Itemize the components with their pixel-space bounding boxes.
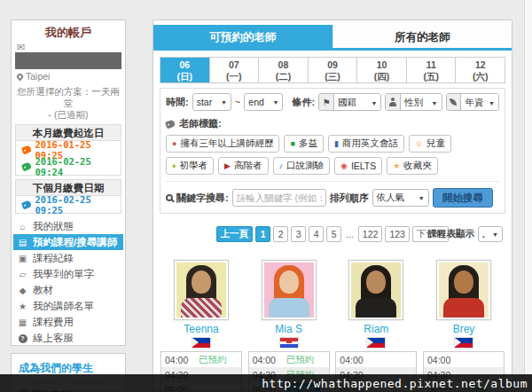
teacher-tag-label: 擁有三年以上講師經歷 — [180, 137, 273, 150]
gender-select-group: 性別▼ — [385, 93, 442, 111]
keyword-search-label: 關鍵字搜尋: — [176, 192, 229, 205]
slot-time: 04:00 — [427, 355, 458, 365]
date-weekday: (一) — [210, 71, 259, 82]
teacher-tabs: 可預約的老師 所有的老師 — [153, 25, 512, 51]
teacher-avatar — [439, 263, 489, 318]
sidebar-item[interactable]: ◆教材 — [12, 282, 125, 298]
seniority-select[interactable]: 年資▼ — [461, 94, 498, 111]
gender-select[interactable]: 性別▼ — [401, 94, 441, 111]
gender-value: 性別 — [404, 97, 423, 109]
sidebar-item[interactable]: ▣課程紀錄 — [12, 250, 125, 266]
flag-ph-icon — [455, 338, 473, 348]
badge-icon: ● — [172, 140, 176, 148]
teacher-card: Teenna04:00已預約04:3005:0005:3006:0006:30 — [160, 260, 242, 392]
teacher-tag[interactable]: ★收藏夾 — [387, 157, 438, 175]
sidebar-item[interactable]: ⌂我的狀態 — [12, 218, 125, 234]
date-tab[interactable]: 11(五) — [406, 58, 456, 82]
leaf-icon — [447, 94, 462, 110]
account-sidebar: 我的帳戶 ✉ Taipei 您所選擇的方案：一天兩堂 - (已過期) 本月繳費起… — [11, 20, 126, 346]
date-tab[interactable]: 08(二) — [258, 58, 308, 82]
sidebar-item[interactable]: ★我的講師名單 — [12, 298, 125, 314]
time-slot: 04:00 — [424, 352, 504, 367]
teacher-photo[interactable] — [436, 260, 491, 320]
sidebar-item[interactable]: ?線上客服 — [12, 330, 125, 346]
page-number[interactable]: 1 — [255, 226, 270, 242]
teacher-tag[interactable]: ♦初學者 — [166, 157, 214, 175]
date-tab[interactable]: 10(四) — [356, 58, 406, 82]
teacher-name[interactable]: Teenna — [184, 323, 218, 335]
condition-filter-label: 條件: — [292, 96, 315, 109]
time-end-select[interactable]: end▼ — [244, 93, 283, 111]
seniority-value: 年資 — [465, 97, 483, 109]
beginner-icon: ♦ — [172, 162, 176, 170]
date-weekday: (五) — [407, 71, 456, 82]
pagination-prev[interactable]: 上一頁 — [216, 226, 254, 242]
flag-ph-icon — [367, 338, 385, 348]
teacher-tag[interactable]: ☺兒童 — [409, 135, 451, 153]
sidebar-item-label: 課程費用 — [33, 316, 74, 329]
teacher-card: Brey04:0004:3005:00已預約05:30已預約06:00已預約06… — [423, 260, 505, 392]
page-number[interactable]: 123 — [385, 226, 410, 242]
time-start-select[interactable]: star▼ — [192, 93, 231, 111]
sidebar-item-label: 我的狀態 — [33, 220, 74, 233]
teacher-tag[interactable]: ◉IELTS — [334, 157, 382, 175]
page-number[interactable]: 4 — [309, 226, 324, 242]
teacher-card: Mia S04:00已預約04:30已預約05:00可預約05:30已預約06:… — [248, 260, 330, 392]
date-tab[interactable]: 09(三) — [308, 58, 357, 82]
chevron-down-icon: ▼ — [221, 99, 227, 106]
microphone-icon: ♪ — [279, 162, 284, 170]
teacher-tag[interactable]: ▮商用英文會話 — [328, 135, 404, 153]
start-search-button[interactable]: 開始搜尋 — [433, 188, 493, 208]
date-tab[interactable]: 06(日) — [160, 58, 209, 82]
avatar-shirt — [356, 298, 396, 318]
teacher-tag[interactable]: ■多益 — [284, 135, 323, 153]
nationality-value: 國籍 — [338, 97, 356, 109]
teacher-name[interactable]: Brey — [453, 323, 475, 335]
nationality-select-group: ⚑ 國籍▼ — [318, 93, 381, 111]
teacher-photo[interactable] — [348, 260, 403, 320]
date-tab[interactable]: 07(一) — [209, 58, 259, 82]
flag-icon: ⚑ — [319, 94, 334, 110]
teacher-photo[interactable] — [174, 260, 229, 320]
keyword-search-input[interactable] — [232, 189, 326, 207]
plan-description-line2: - (已過期) — [13, 109, 123, 121]
date-weekday: (日) — [160, 71, 209, 82]
teacher-avatar — [264, 263, 314, 318]
cart-icon: ▦ — [17, 318, 28, 327]
date-day: 07 — [210, 59, 259, 71]
page-number[interactable]: 2 — [273, 226, 288, 242]
page-number[interactable]: 5 — [326, 226, 341, 242]
sidebar-item[interactable]: ▦課程費用 — [12, 314, 125, 330]
date-day: 12 — [456, 59, 505, 71]
billing-date: 2016-02-25 09:24 — [35, 156, 121, 177]
chevron-down-icon: ▼ — [489, 100, 495, 106]
time-slot: 04:00 — [336, 352, 416, 367]
teacher-photo[interactable] — [262, 260, 317, 320]
sidebar-item[interactable]: ▱我學到的單字 — [12, 266, 125, 282]
price-tag-icon — [21, 145, 32, 154]
avatar-face — [192, 270, 211, 294]
person-icon — [386, 94, 401, 110]
nationality-select[interactable]: 國籍▼ — [334, 94, 380, 111]
tab-all-teachers[interactable]: 所有的老師 — [332, 25, 512, 48]
teacher-search-panel: 可預約的老師 所有的老師 06(日)07(一)08(二)09(三)10(四)11… — [153, 20, 512, 392]
avatar-face — [454, 270, 473, 294]
teacher-name[interactable]: Riam — [364, 323, 388, 335]
star-icon: ★ — [17, 302, 28, 311]
teacher-tag[interactable]: ♪口說測驗 — [273, 157, 331, 175]
sidebar-item[interactable]: ▤預約課程/搜尋講師 — [13, 234, 123, 250]
teacher-tag-label: 收藏夾 — [403, 160, 432, 172]
tab-bookable-teachers[interactable]: 可預約的老師 — [153, 25, 332, 48]
date-day: 09 — [309, 59, 357, 71]
sort-order-select[interactable]: 依人氣▼ — [372, 189, 429, 207]
page-number[interactable]: 122 — [358, 226, 383, 242]
folder-icon: ▱ — [17, 270, 28, 279]
teacher-tag[interactable]: ●擁有三年以上講師經歷 — [166, 135, 279, 153]
schedule-display-select[interactable]: .▼ — [478, 226, 503, 242]
chevron-down-icon: ▼ — [492, 231, 498, 238]
flag-hr-icon — [280, 338, 298, 348]
teacher-tag[interactable]: ▶高階者 — [218, 157, 268, 175]
teacher-name[interactable]: Mia S — [275, 323, 302, 335]
date-tab[interactable]: 12(六) — [455, 58, 505, 82]
page-number[interactable]: 3 — [291, 226, 306, 242]
